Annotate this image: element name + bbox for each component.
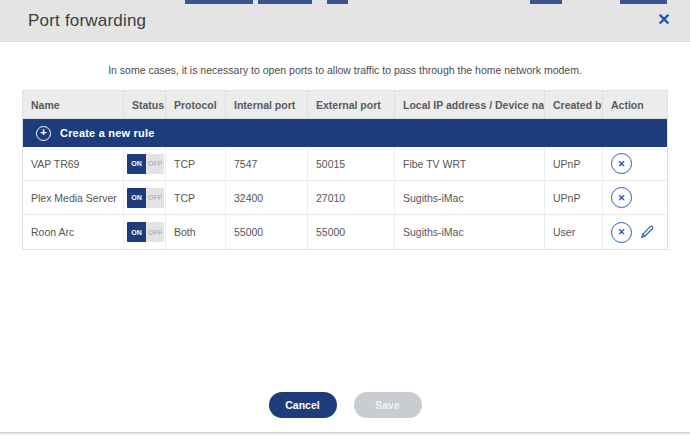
toggle-off-label: OFF bbox=[146, 188, 164, 208]
page-title: Port forwarding bbox=[28, 11, 146, 31]
cell-protocol: Both bbox=[166, 215, 226, 249]
save-button[interactable]: Save bbox=[354, 392, 422, 418]
description-text: In some cases, it is necessary to open p… bbox=[22, 64, 668, 76]
table-row: VAP TR69 ON OFF TCP 7547 50015 Fibe TV W… bbox=[23, 147, 667, 181]
cell-action: ✕ bbox=[603, 181, 667, 214]
header-name: Name bbox=[23, 91, 124, 118]
toggle-off-label: OFF bbox=[146, 154, 164, 174]
status-toggle[interactable]: ON OFF bbox=[127, 222, 164, 242]
delete-rule-icon[interactable]: ✕ bbox=[611, 222, 632, 243]
cell-external-port: 55000 bbox=[308, 215, 395, 249]
status-toggle[interactable]: ON OFF bbox=[127, 188, 164, 208]
toggle-on-label: ON bbox=[127, 222, 146, 242]
status-toggle[interactable]: ON OFF bbox=[127, 154, 164, 174]
header-created-by: Created by bbox=[545, 91, 603, 118]
toggle-off-label: OFF bbox=[146, 222, 164, 242]
add-icon: + bbox=[36, 126, 51, 141]
cell-external-port: 50015 bbox=[308, 147, 395, 180]
header-internal-port: Internal port bbox=[226, 91, 308, 118]
obscured-nav-remnant bbox=[530, 0, 562, 4]
cell-created-by: User bbox=[545, 215, 603, 249]
cell-status: ON OFF bbox=[124, 147, 166, 180]
close-icon[interactable]: ✕ bbox=[653, 9, 675, 31]
header-local-ip: Local IP address / Device name bbox=[395, 91, 545, 118]
cell-status: ON OFF bbox=[124, 215, 166, 249]
port-forwarding-table: Name Status Protocol Internal port Exter… bbox=[22, 90, 668, 250]
cell-action: ✕ bbox=[603, 215, 667, 249]
cell-action: ✕ bbox=[603, 147, 667, 180]
obscured-nav-remnant bbox=[258, 0, 312, 4]
cell-internal-port: 7547 bbox=[226, 147, 308, 180]
cell-name: VAP TR69 bbox=[23, 147, 124, 180]
header-external-port: External port bbox=[308, 91, 395, 118]
header-protocol: Protocol bbox=[166, 91, 226, 118]
cell-name: Plex Media Server bbox=[23, 181, 124, 214]
table-row: Roon Arc ON OFF Both 55000 55000 Sugiths… bbox=[23, 215, 667, 249]
obscured-nav-remnant bbox=[327, 0, 348, 4]
table-header-row: Name Status Protocol Internal port Exter… bbox=[23, 91, 667, 119]
header-action: Action bbox=[603, 91, 667, 118]
cell-internal-port: 55000 bbox=[226, 215, 308, 249]
cell-name: Roon Arc bbox=[23, 215, 124, 249]
toggle-on-label: ON bbox=[127, 188, 146, 208]
edit-icon[interactable] bbox=[638, 223, 656, 241]
dialog-footer: Cancel Save bbox=[0, 392, 690, 418]
cell-internal-port: 32400 bbox=[226, 181, 308, 214]
header-status: Status bbox=[124, 91, 166, 118]
create-new-rule-button[interactable]: + Create a new rule bbox=[23, 119, 667, 147]
cell-protocol: TCP bbox=[166, 181, 226, 214]
cell-local-ip: Sugiths-iMac bbox=[395, 215, 545, 249]
cell-local-ip: Fibe TV WRT bbox=[395, 147, 545, 180]
cell-created-by: UPnP bbox=[545, 147, 603, 180]
obscured-nav-remnant bbox=[185, 0, 253, 4]
cell-external-port: 27010 bbox=[308, 181, 395, 214]
create-rule-label: Create a new rule bbox=[60, 127, 155, 139]
delete-rule-icon[interactable]: ✕ bbox=[611, 153, 632, 174]
dialog-header: Port forwarding ✕ bbox=[0, 0, 690, 42]
toggle-on-label: ON bbox=[127, 154, 146, 174]
delete-rule-icon[interactable]: ✕ bbox=[611, 187, 632, 208]
cell-local-ip: Sugiths-iMac bbox=[395, 181, 545, 214]
cell-protocol: TCP bbox=[166, 147, 226, 180]
cancel-button[interactable]: Cancel bbox=[269, 392, 337, 418]
cell-status: ON OFF bbox=[124, 181, 166, 214]
obscured-nav-remnant bbox=[620, 0, 667, 4]
table-row: Plex Media Server ON OFF TCP 32400 27010… bbox=[23, 181, 667, 215]
cell-created-by: UPnP bbox=[545, 181, 603, 214]
